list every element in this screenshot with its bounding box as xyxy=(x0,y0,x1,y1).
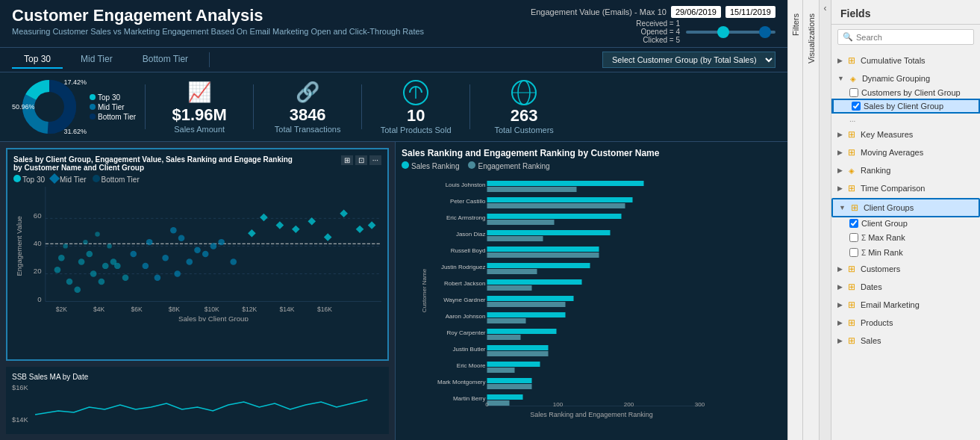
legend-top30: Top 30 xyxy=(98,93,120,102)
field-group-header-dynamic[interactable]: ▼ ◈ Dynamic Grouping xyxy=(831,70,980,87)
svg-rect-37 xyxy=(368,221,376,229)
mini-chart: SSB Sales MA by Date $16K $14K xyxy=(6,367,389,434)
svg-text:Mark Montgomery: Mark Montgomery xyxy=(437,379,485,385)
kpi-sales-value: $1.96M xyxy=(172,105,226,125)
svg-text:$6K: $6K xyxy=(131,306,143,313)
svg-rect-99 xyxy=(487,335,521,340)
svg-rect-93 xyxy=(487,302,566,307)
search-icon: 🔍 xyxy=(843,32,853,42)
field-group-header-email[interactable]: ▶ ⊞ Email Marketing xyxy=(831,297,980,313)
svg-text:300: 300 xyxy=(695,401,705,406)
header: Customer Engagement Analysis Measuring C… xyxy=(0,0,787,48)
donut-label-top: 17.42% xyxy=(63,78,87,86)
clicked-label: Clicked = 5 xyxy=(636,36,680,44)
svg-point-51 xyxy=(174,270,181,276)
field-group-header-time[interactable]: ▶ ⊞ Time Comparison xyxy=(831,180,980,196)
field-group-label-products: Products xyxy=(861,318,893,327)
svg-text:100: 100 xyxy=(553,401,564,406)
visualizations-tab[interactable]: Visualizations xyxy=(807,7,816,69)
field-group-max-rank: Σ Max Rank xyxy=(831,231,980,244)
donut-label-left: 50.96% xyxy=(12,103,35,111)
table-icon-key: ⊞ xyxy=(846,128,858,140)
collapse-arrow-icon[interactable]: ‹ xyxy=(824,3,827,13)
table-icon-customers: ⊞ xyxy=(846,263,858,275)
field-group-label-ranking: Ranking xyxy=(861,166,890,175)
fields-search-input[interactable] xyxy=(856,33,969,42)
field-group-header-max[interactable]: Σ Max Rank xyxy=(831,231,980,244)
tab-bottomtier[interactable]: Bottom Tier xyxy=(131,51,200,69)
field-group-header-min[interactable]: Σ Min Rank xyxy=(831,246,980,259)
chevron-down-icon: ▼ xyxy=(837,75,844,82)
kpi-customers: 263 Total Customers xyxy=(479,79,569,134)
field-group-customers: ▶ ⊞ Customers xyxy=(831,261,980,277)
engagement-slider[interactable] xyxy=(686,31,775,34)
field-item-more[interactable]: ... xyxy=(831,114,980,125)
kpi-products: 10 Total Products Sold xyxy=(371,79,461,134)
field-group-label-client: Client Groups xyxy=(864,203,914,212)
svg-text:200: 200 xyxy=(624,401,634,406)
field-group-header-dates[interactable]: ▶ ⊞ Dates xyxy=(831,279,980,295)
field-group-dates: ▶ ⊞ Dates xyxy=(831,279,980,295)
svg-rect-36 xyxy=(356,226,364,233)
table-icon-products: ⊞ xyxy=(846,317,858,329)
tab-top30[interactable]: Top 30 xyxy=(12,51,63,69)
chevron-icon-products: ▶ xyxy=(837,319,843,326)
products-icon xyxy=(401,79,431,106)
field-group-header-customers[interactable]: ▶ ⊞ Customers xyxy=(831,261,980,277)
scatter-legend: Top 30 Mid Tier Bottom Tier xyxy=(13,175,381,184)
focus-btn[interactable]: ⊡ xyxy=(355,155,367,165)
bar-chart-svg: Louis Johnston Peter Castillo Eric Armst… xyxy=(402,175,781,406)
svg-rect-83 xyxy=(487,247,599,252)
svg-point-58 xyxy=(74,286,81,292)
kpi-divider-4 xyxy=(469,84,470,129)
charts-area: Sales by Client Group, Engagement Value,… xyxy=(0,142,787,440)
checkbox-customers-client[interactable] xyxy=(849,88,858,97)
svg-rect-92 xyxy=(487,296,574,301)
field-group-header-moving[interactable]: ▶ ⊞ Moving Averages xyxy=(831,144,980,161)
svg-rect-89 xyxy=(487,279,582,285)
sales-icon: 📈 xyxy=(187,81,211,104)
svg-rect-105 xyxy=(487,368,515,373)
field-group-moving-avg: ▶ ⊞ Moving Averages xyxy=(831,144,980,161)
filter-btn[interactable]: ⊞ xyxy=(341,155,353,165)
tab-midtier[interactable]: Mid Tier xyxy=(69,51,125,69)
customer-group-select[interactable]: Select Customer Group (by Total Sales) xyxy=(602,52,775,68)
field-group-header-products[interactable]: ▶ ⊞ Products xyxy=(831,314,980,331)
svg-point-40 xyxy=(162,255,169,261)
checkbox-max-rank[interactable] xyxy=(849,233,858,242)
page-subtitle: Measuring Customer Sales vs Marketing En… xyxy=(12,27,424,36)
svg-point-59 xyxy=(87,251,93,257)
field-group-header-client[interactable]: ▼ ⊞ Client Groups xyxy=(831,198,980,217)
filters-tab[interactable]: Filters xyxy=(791,7,800,42)
field-group-dynamic: ▼ ◈ Dynamic Grouping Customers by Client… xyxy=(831,70,980,125)
field-group-label-sales: Sales xyxy=(861,336,881,345)
kpi-products-label: Total Products Sold xyxy=(381,126,452,134)
field-item-client-group[interactable]: Client Group xyxy=(831,217,980,229)
field-group-cumulative: ▶ ⊞ Cumulative Totals xyxy=(831,52,980,69)
svg-text:Roy Carpenter: Roy Carpenter xyxy=(446,329,485,336)
svg-text:Justin Butler: Justin Butler xyxy=(452,346,485,353)
field-group-label-email: Email Marketing xyxy=(861,300,920,309)
checkbox-sales-client[interactable] xyxy=(852,102,861,111)
checkbox-min-rank[interactable] xyxy=(849,248,858,257)
field-group-header-sales[interactable]: ▶ ⊞ Sales xyxy=(831,332,980,349)
svg-text:$8K: $8K xyxy=(169,306,181,313)
date-end[interactable]: 15/11/2019 xyxy=(725,6,775,18)
field-group-header-cumulative[interactable]: ▶ ⊞ Cumulative Totals xyxy=(831,52,980,69)
field-group-label-moving: Moving Averages xyxy=(861,148,923,157)
svg-text:$2K: $2K xyxy=(56,306,68,313)
svg-text:Engagement Value: Engagement Value xyxy=(15,216,23,276)
chart-toolbar: ⊞ ⊡ ··· xyxy=(341,155,381,165)
checkbox-client-group[interactable] xyxy=(849,219,858,228)
date-start[interactable]: 29/06/2019 xyxy=(671,6,721,18)
field-group-header-ranking[interactable]: ▶ ◈ Ranking xyxy=(831,162,980,179)
field-group-header-key[interactable]: ▶ ⊞ Key Measures xyxy=(831,126,980,143)
svg-text:Louis Johnston: Louis Johnston xyxy=(446,182,486,188)
bar-legend: Sales Ranking Engagement Ranking xyxy=(402,161,781,170)
field-item-sales-by-client[interactable]: Sales by Client Group xyxy=(831,99,980,114)
more-btn[interactable]: ··· xyxy=(369,155,381,165)
field-item-customers-by-client[interactable]: Customers by Client Group xyxy=(831,87,980,99)
fields-search-box[interactable]: 🔍 xyxy=(837,29,974,45)
svg-rect-29 xyxy=(248,229,256,237)
collapse-panel[interactable]: ‹ xyxy=(819,0,831,440)
